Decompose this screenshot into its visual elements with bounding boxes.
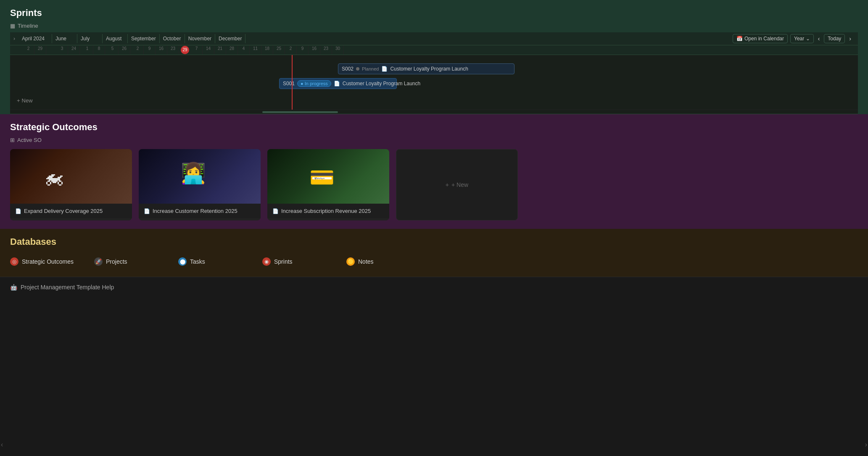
notes-db-icon: 🟡	[346, 257, 355, 266]
help-link[interactable]: 🤖 Project Management Template Help	[10, 284, 858, 291]
timeline-expand-btn[interactable]: ›	[10, 33, 18, 44]
card-retention[interactable]: 📄 Increase Customer Retention 2025	[139, 149, 261, 220]
add-sprint-btn[interactable]: + New	[13, 95, 36, 106]
scroll-thumb	[262, 111, 338, 113]
plus-icon: +	[17, 97, 20, 104]
robot-icon: 🤖	[10, 284, 17, 291]
s001-id: S001	[283, 81, 295, 86]
calendar-icon: 📅	[736, 36, 743, 42]
db-item-strategic-outcomes[interactable]: ◎ Strategic Outcomes	[10, 254, 94, 269]
aug-days: 5 26	[107, 45, 132, 55]
timeline-next-btn[interactable]: ›	[847, 34, 853, 43]
sprints-section: Sprints ▦ Timeline › April 2024 June Jul…	[0, 0, 868, 114]
card-delivery-footer: 📄 Expand Delivery Coverage 2025	[10, 204, 132, 218]
jul-days: 1 8	[82, 45, 107, 55]
chevron-down-icon: ⌄	[806, 36, 810, 42]
card-subscription-footer: 📄 Increase Subscription Revenue 2025	[267, 204, 389, 218]
today-line	[292, 55, 293, 110]
card-retention-image	[139, 149, 261, 204]
notes-db-label: Notes	[358, 258, 374, 265]
timeline-label-text: Timeline	[18, 23, 38, 29]
month-aug: August	[103, 34, 128, 43]
oct-days: 7 14 21 28	[191, 45, 238, 55]
apr-days: 2 29	[23, 45, 56, 55]
tasks-db-label: Tasks	[190, 258, 205, 265]
card-subscription-title: Increase Subscription Revenue 2025	[281, 208, 371, 214]
month-dec: December	[215, 34, 245, 43]
year-view-btn[interactable]: Year ⌄	[790, 34, 814, 43]
help-section: 🤖 Project Management Template Help	[0, 277, 868, 297]
month-extra	[245, 34, 262, 43]
so-filter-row: ⊞ Active SO	[10, 137, 858, 143]
sprints-db-icon: ◉	[262, 257, 271, 266]
help-label: Project Management Template Help	[21, 284, 114, 291]
db-item-tasks[interactable]: ⬤ Tasks	[178, 254, 262, 269]
sprints-db-label: Sprints	[274, 258, 293, 265]
timeline-days-row: 2 29 3 24 1 8 5 2	[10, 45, 858, 55]
card-retention-title: Increase Customer Retention 2025	[153, 208, 237, 214]
card-delivery-image	[10, 149, 132, 204]
strategic-outcomes-section: Strategic Outcomes ⊞ Active SO 📄 Expand …	[0, 114, 868, 229]
so-title: Strategic Outcomes	[10, 122, 858, 133]
timeline-label-row: ▦ Timeline	[10, 23, 858, 29]
s002-project: Customer Loyalty Program Launch	[390, 66, 468, 72]
databases-section: Databases ◎ Strategic Outcomes 🚀 Project…	[0, 229, 868, 277]
card-delivery[interactable]: 📄 Expand Delivery Coverage 2025	[10, 149, 132, 220]
dec-days: 2 9 16 23 30	[285, 45, 344, 55]
plus-icon-card: +	[446, 181, 449, 188]
timeline-prev-btn[interactable]: ‹	[816, 34, 822, 43]
so-filter-label: Active SO	[17, 137, 42, 143]
planned-badge	[356, 67, 359, 71]
planned-label: Planned	[362, 66, 379, 71]
inprogress-badge: ● In progress	[297, 80, 331, 87]
projects-db-label: Projects	[106, 258, 127, 265]
timeline-months-header: April 2024 June July August September Oc…	[18, 34, 728, 43]
grid-icon: ⊞	[10, 137, 15, 143]
timeline-controls: 📅 Open in Calendar Year ⌄ ‹ Today ›	[728, 32, 858, 45]
month-jun: June	[52, 34, 77, 43]
month-nov: November	[185, 34, 215, 43]
doc-icon-s002: 📄	[381, 66, 388, 72]
sprint-s002-bar[interactable]: S002 Planned 📄 Customer Loyalty Program …	[338, 63, 514, 74]
doc-icon-delivery: 📄	[15, 208, 21, 214]
databases-row: ◎ Strategic Outcomes 🚀 Projects ⬤ Tasks …	[10, 254, 858, 269]
open-calendar-btn[interactable]: 📅 Open in Calendar	[733, 34, 788, 43]
year-label: Year	[794, 36, 804, 42]
month-jul: July	[77, 34, 103, 43]
sprints-title: Sprints	[10, 8, 858, 18]
timeline-scrollbar[interactable]	[10, 110, 858, 114]
jun-days: 3 24	[56, 45, 82, 55]
so-cards-row: 📄 Expand Delivery Coverage 2025 📄 Increa…	[10, 149, 858, 229]
doc-icon-s001: 📄	[334, 81, 340, 86]
new-card-label: + New	[451, 181, 468, 188]
db-item-sprints[interactable]: ◉ Sprints	[262, 254, 346, 269]
tasks-db-icon: ⬤	[178, 257, 187, 266]
app-root: Sprints ▦ Timeline › April 2024 June Jul…	[0, 0, 868, 297]
scroll-left-btn[interactable]: ‹	[1, 441, 3, 448]
sprint-s001-bar[interactable]: S001 ● In progress 📄 Customer Loyalty Pr…	[279, 78, 397, 89]
databases-title: Databases	[10, 236, 858, 247]
sep-days: 2 9 16 23 29	[132, 45, 191, 55]
new-label: New	[22, 97, 33, 104]
db-item-notes[interactable]: 🟡 Notes	[346, 254, 430, 269]
card-subscription-image	[267, 149, 389, 204]
doc-icon-subscription: 📄	[272, 208, 279, 214]
timeline-icon: ▦	[10, 23, 15, 29]
nov-days: 4 11 18 25	[238, 45, 285, 55]
month-oct: October	[160, 34, 185, 43]
db-item-projects[interactable]: 🚀 Projects	[94, 254, 178, 269]
sprint-bars-area: S002 Planned 📄 Customer Loyalty Program …	[10, 55, 858, 110]
so-db-icon: ◎	[10, 257, 18, 266]
month-apr: April 2024	[18, 34, 52, 43]
month-sep: September	[128, 34, 160, 43]
card-subscription[interactable]: 📄 Increase Subscription Revenue 2025	[267, 149, 389, 220]
today-btn[interactable]: Today	[824, 34, 845, 43]
add-so-card-btn[interactable]: + + New	[396, 149, 518, 220]
scroll-right-btn[interactable]: ›	[865, 441, 867, 448]
card-delivery-title: Expand Delivery Coverage 2025	[24, 208, 103, 214]
open-calendar-label: Open in Calendar	[744, 36, 784, 42]
s002-id: S002	[342, 66, 354, 72]
projects-db-icon: 🚀	[94, 257, 103, 266]
today-marker: 29	[181, 46, 189, 54]
card-retention-footer: 📄 Increase Customer Retention 2025	[139, 204, 261, 218]
